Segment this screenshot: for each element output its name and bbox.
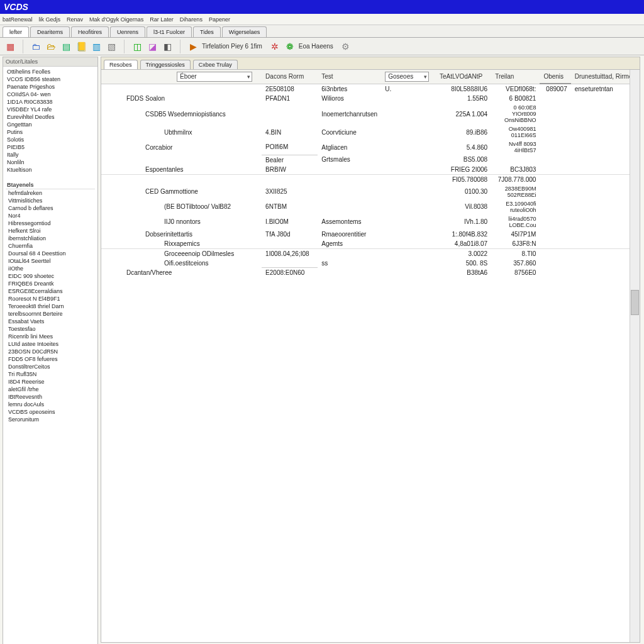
sidebar-item[interactable]: Gngetttan bbox=[6, 121, 95, 128]
menu-item[interactable]: Mak d'Ogyk Oigernas bbox=[89, 16, 143, 23]
tab[interactable]: Uenrens bbox=[110, 26, 145, 37]
sidebar-item[interactable]: Chuernfia bbox=[7, 242, 95, 250]
table-row[interactable]: RixxapemicsAgemts4,8a01i8.076J3F8:N bbox=[101, 239, 640, 249]
tab[interactable]: Tides bbox=[193, 26, 221, 37]
sidebar-item[interactable]: DonstiltrerCeitos bbox=[7, 363, 95, 370]
book-icon[interactable]: 📒 bbox=[75, 40, 87, 53]
sidebar-item[interactable]: iIOthe bbox=[7, 265, 95, 272]
sidebar-item[interactable]: lemru docAuls bbox=[7, 401, 95, 408]
table-row[interactable]: FDDS SoalonPFADN1Wilioros1.55R06 B00821 bbox=[101, 94, 640, 103]
sidebar-item[interactable]: Rooresot N El4B9F1 bbox=[7, 295, 95, 303]
sidebar-item[interactable]: terelbsoornnt Berteire bbox=[7, 310, 95, 318]
sidebar-item[interactable]: FDD5 OF8 fefueres bbox=[7, 355, 95, 363]
sidebar-item[interactable]: Essabat Vaets bbox=[7, 318, 95, 325]
tab[interactable]: lefter bbox=[3, 26, 29, 37]
sidebar-item[interactable]: LUId astee Intoeites bbox=[7, 340, 95, 348]
sidebar-item[interactable]: IOtaLl64 Seerttel bbox=[7, 257, 95, 265]
table-row[interactable]: Ubthmilnx4.BINCoorvticiune89.iB86Ow40098… bbox=[101, 125, 640, 140]
sidebar-item[interactable]: Hibressegomtiod bbox=[7, 219, 95, 227]
menu-item[interactable]: Diharens bbox=[180, 16, 203, 23]
sidebar-item[interactable]: Ktueltison bbox=[6, 166, 95, 174]
sidebar-item[interactable]: 1ID1A RI0C83838 bbox=[6, 98, 95, 106]
subtab[interactable]: Resobes bbox=[104, 60, 138, 69]
settings-icon[interactable]: ⚙ bbox=[340, 40, 352, 53]
doc-icon[interactable]: ▦ bbox=[4, 40, 16, 53]
shape-icon[interactable]: ◪ bbox=[146, 40, 158, 53]
table-row[interactable]: Oifi.oestitceionsss500. 8S357.860 bbox=[101, 258, 640, 268]
tab[interactable]: Wigerselaes bbox=[222, 26, 267, 37]
menu-item[interactable]: Renav bbox=[67, 16, 83, 23]
table-row[interactable]: CorcabiorPOIfi6MAtgliacen5.4.860Nv4ff 80… bbox=[101, 140, 640, 155]
save-icon[interactable]: ▤ bbox=[60, 40, 72, 53]
table-row[interactable]: FI05.7800887J08.778.000 bbox=[101, 174, 640, 184]
sidebar-item[interactable]: FRIQBE6 Dreantk bbox=[7, 280, 95, 287]
sidebar-item[interactable]: Eurevihltel Deotfes bbox=[6, 113, 95, 121]
menu-item[interactable]: Rar Later bbox=[150, 16, 174, 23]
gear2-icon[interactable]: ❁ bbox=[284, 40, 296, 53]
table-row[interactable]: CED Gammottione3XII8250100.302838EB90M50… bbox=[101, 184, 640, 199]
tab[interactable]: Heofitires bbox=[71, 26, 109, 37]
sidebar-item[interactable]: COIIdSA 04- wen bbox=[6, 91, 95, 98]
open2-icon[interactable]: 🗁 bbox=[45, 40, 57, 53]
sidebar-item[interactable]: VCOS IDB56 steaten bbox=[6, 75, 95, 83]
sidebar-item[interactable]: Vittmislitiches bbox=[7, 197, 95, 204]
sidebar-item[interactable]: Nonliln bbox=[6, 158, 95, 166]
pict-icon[interactable]: ◫ bbox=[131, 40, 143, 53]
sidebar-item[interactable]: Ottihelins Feolles bbox=[6, 68, 95, 75]
sidebar-item[interactable]: ESRGE8Ecerraldians bbox=[7, 287, 95, 295]
sidebar-item[interactable]: Doursal 68 4 Deesttion bbox=[7, 250, 95, 257]
sidebar-item[interactable]: Solotis bbox=[6, 136, 95, 143]
menu-item[interactable]: lik Gedjs bbox=[39, 16, 61, 23]
subtab[interactable]: Cxbee Trulay bbox=[193, 60, 238, 69]
scroll-thumb[interactable] bbox=[631, 290, 639, 315]
sheet2-icon[interactable]: ▧ bbox=[105, 40, 118, 53]
col-header[interactable]: Dacons Rorm bbox=[262, 70, 318, 84]
sidebar-item[interactable]: Teroeeokt8 thriel Darn bbox=[7, 303, 95, 310]
menu-item[interactable]: Papener bbox=[209, 16, 230, 23]
menu-item[interactable]: batRenewal bbox=[3, 16, 33, 23]
col-header[interactable]: Test bbox=[318, 70, 381, 84]
table-row[interactable]: BealerGrtsmalesBS5.008 bbox=[101, 155, 640, 165]
sidebar-item[interactable]: PIEIB5 bbox=[6, 143, 95, 151]
sidebar-item[interactable]: 23BOSN D0CdR5N bbox=[7, 348, 95, 355]
sidebar-item[interactable]: Carnod b deflares bbox=[7, 204, 95, 212]
sidebar-item[interactable]: Tri Rufl35N bbox=[7, 370, 95, 378]
gear-icon[interactable]: ✲ bbox=[269, 40, 281, 53]
col-header[interactable]: Treilan bbox=[491, 70, 540, 84]
sidebar-item[interactable]: Serorunitum bbox=[7, 416, 95, 423]
sidebar-item[interactable]: I8D4 Reeerise bbox=[7, 378, 95, 386]
sidebar-item[interactable]: VCDBS opeoseins bbox=[7, 408, 95, 416]
sidebar-item[interactable]: IBtReevesnth bbox=[7, 393, 95, 401]
play-icon[interactable]: ▶ bbox=[187, 40, 199, 53]
sidebar-item[interactable]: Hefkent Slroi bbox=[7, 227, 95, 235]
table-row[interactable]: Groceeenoip ODilmesles1I008.04,26;I083.0… bbox=[101, 248, 640, 258]
tab[interactable]: Dearitems bbox=[30, 26, 70, 37]
sidebar-item[interactable]: ibernstchliation bbox=[7, 235, 95, 242]
sidebar-item[interactable]: Toestesfao bbox=[7, 325, 95, 333]
sidebar-item[interactable]: Paenate Prigeshos bbox=[6, 83, 95, 91]
table-row[interactable]: Dcantan/VhereeE2008:E0N60B38tA68756E0 bbox=[101, 268, 640, 278]
subtab[interactable]: Tringgessiosles bbox=[140, 60, 191, 69]
table-row[interactable]: DobserinitettartisTfA J80dRmaeoorentitie… bbox=[101, 230, 640, 239]
sheet-icon[interactable]: ▥ bbox=[90, 40, 103, 53]
sidebar-item[interactable]: Nor4 bbox=[7, 212, 95, 219]
filter-dropdown[interactable]: Éboer bbox=[177, 72, 252, 82]
tab[interactable]: l3-t1 Fuolcer bbox=[147, 26, 192, 37]
table-row[interactable]: EspoentanlesBRBIWFRIEG 2I006BC3J803 bbox=[101, 165, 640, 175]
sidebar-item[interactable]: hefmtlalreken bbox=[7, 189, 95, 197]
sidebar-item[interactable]: aletGfil /trhe bbox=[7, 386, 95, 393]
table-row[interactable]: 2E5081086i3nbrtesU.8I0L58ß8IU6VEDfI068t:… bbox=[101, 84, 640, 94]
sidebar-item[interactable]: VI5DBEr YL4 rafe bbox=[6, 106, 95, 113]
col-header[interactable]: TeAtLVOdANtP bbox=[436, 70, 491, 84]
sidebar-item[interactable]: EIDC 909 shoetec bbox=[7, 272, 95, 280]
chart-icon[interactable]: ◧ bbox=[161, 40, 174, 53]
table-row[interactable]: IIJ0 nnontorsI.BIO0MAssemontemsIVh.1.80l… bbox=[101, 214, 640, 230]
sidebar-item[interactable]: Putins bbox=[6, 128, 95, 136]
sidebar-item[interactable]: Itally bbox=[6, 151, 95, 158]
vertical-scrollbar[interactable] bbox=[630, 70, 640, 642]
table-row[interactable]: CSDB5 WsedemniopistiancsInoemertchanruts… bbox=[101, 103, 640, 125]
col-header[interactable]: Obenis bbox=[540, 70, 570, 84]
filter-dropdown[interactable]: Goseoes bbox=[385, 72, 429, 82]
table-row[interactable]: (BE BOTilbtooo/ ValB826NTBMVil.8038E3.10… bbox=[101, 199, 640, 214]
sidebar-item[interactable]: Ricenrib lini Mees bbox=[7, 333, 95, 340]
